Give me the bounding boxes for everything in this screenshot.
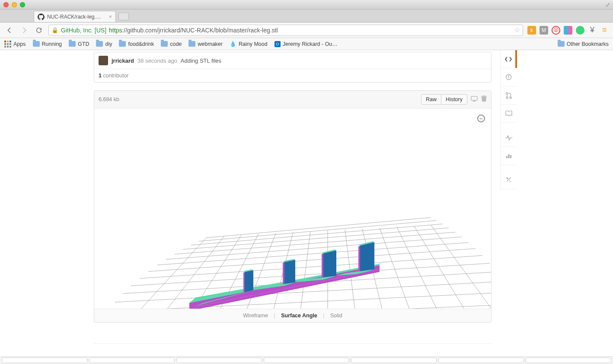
separator: | — [274, 313, 275, 319]
other-bookmarks[interactable]: Other Bookmarks — [558, 41, 609, 47]
svg-marker-9 — [284, 260, 295, 286]
pulse-tab-icon[interactable] — [501, 129, 517, 147]
bookmark-label: diy — [105, 41, 112, 47]
view-solid[interactable]: Solid — [326, 313, 347, 319]
forward-button[interactable] — [19, 25, 29, 35]
footer-divider — [94, 343, 492, 344]
lock-icon: 🔒 — [51, 27, 58, 33]
raw-button[interactable]: Raw — [421, 94, 441, 105]
bookmark-folder[interactable]: GTD — [69, 41, 89, 47]
code-tab-icon[interactable] — [501, 50, 517, 68]
extension-k-icon[interactable]: k — [527, 26, 536, 35]
commit-time: 38 seconds ago — [137, 57, 177, 64]
delete-icon[interactable] — [481, 96, 487, 103]
commit-box: jrrickard 38 seconds ago Adding STL file… — [94, 52, 492, 83]
settings-tab-icon[interactable] — [501, 171, 517, 189]
folder-icon — [69, 41, 76, 47]
url-path: ://github.com/jrrickard/NUC-RACK/blob/ma… — [122, 27, 278, 34]
extension-m-icon[interactable]: M — [540, 26, 548, 35]
bookmark-folder[interactable]: webmaker — [188, 41, 223, 47]
chrome-menu-icon[interactable]: ≡ — [600, 26, 609, 35]
thumbnail[interactable] — [2, 358, 87, 363]
svg-point-26 — [506, 93, 508, 94]
url-scheme: https — [109, 27, 122, 34]
extension-o-icon[interactable]: ⦿ — [552, 26, 560, 35]
avatar[interactable] — [99, 56, 108, 65]
svg-marker-15 — [360, 242, 374, 274]
tab-close-icon[interactable]: × — [109, 13, 112, 20]
bookmark-folder[interactable]: food&drink — [119, 41, 154, 47]
issues-tab-icon[interactable] — [501, 68, 517, 86]
thumbnail[interactable] — [89, 358, 175, 363]
svg-marker-16 — [358, 246, 360, 275]
bookmark-star-icon[interactable]: ☆ — [514, 26, 520, 34]
bookmark-label: Other Bookmarks — [567, 41, 609, 47]
window-maximize-button[interactable] — [20, 2, 25, 7]
rail-gap — [501, 123, 517, 129]
page-content: jrrickard 38 seconds ago Adding STL file… — [0, 50, 613, 364]
commit-author[interactable]: jrrickard — [112, 57, 134, 64]
bookmark-folder[interactable]: code — [161, 41, 182, 47]
browser-tabstrip: NUC-RACK/rack-leg.stl at… × — [0, 10, 613, 22]
bookmark-apps[interactable]: Apps — [4, 41, 26, 48]
stl-viewer[interactable]: − — [94, 109, 491, 309]
separator: | — [323, 313, 324, 319]
file-button-group: Raw History — [421, 94, 467, 105]
outlook-icon: O — [275, 41, 281, 47]
bookmark-label: webmaker — [198, 41, 223, 47]
fullscreen-icon[interactable]: ⤢ — [605, 1, 610, 8]
desktop-open-icon[interactable] — [471, 96, 478, 103]
thumbnail[interactable] — [176, 358, 262, 363]
file-header: 6.684 kb Raw History — [94, 91, 491, 109]
svg-rect-29 — [506, 156, 508, 158]
svg-rect-24 — [508, 76, 509, 78]
contributors-count: 1 — [99, 73, 102, 79]
bookmark-label: GTD — [78, 41, 89, 47]
thumbnail[interactable] — [264, 358, 349, 363]
extension-icons: k M ⦿ ¥ ≡ — [527, 26, 609, 35]
zoom-out-button[interactable]: − — [477, 115, 485, 122]
extension-green-icon[interactable] — [576, 26, 584, 35]
svg-marker-13 — [322, 253, 323, 281]
address-bar[interactable]: 🔒 GitHub, Inc. [US] https://github.com/j… — [48, 25, 523, 36]
folder-icon — [96, 41, 103, 47]
bookmark-rainy-mood[interactable]: 💧Rainy Mood — [230, 41, 268, 47]
graphs-tab-icon[interactable] — [501, 147, 517, 165]
folder-icon — [188, 41, 195, 47]
back-button[interactable] — [4, 25, 15, 35]
bottom-thumbnail-strip — [0, 356, 613, 364]
thumbnail[interactable] — [438, 358, 524, 363]
contributors-row: 1 contributor — [94, 69, 491, 82]
bookmark-folder[interactable]: diy — [96, 41, 112, 47]
commit-message[interactable]: Adding STL files — [181, 57, 221, 64]
apps-grid-icon — [4, 41, 11, 48]
bookmark-label: Running — [42, 41, 62, 47]
bookmark-folder[interactable]: Running — [33, 41, 62, 47]
svg-rect-1 — [473, 101, 476, 102]
bookmark-label: Rainy Mood — [239, 41, 268, 47]
svg-marker-10 — [283, 262, 284, 287]
view-surface-angle[interactable]: Surface Angle — [277, 313, 322, 319]
svg-marker-12 — [323, 250, 336, 280]
pull-requests-tab-icon[interactable] — [501, 86, 517, 105]
extension-trello-icon[interactable] — [564, 26, 572, 35]
new-tab-button[interactable] — [118, 13, 129, 20]
svg-rect-0 — [471, 96, 477, 100]
svg-rect-25 — [508, 78, 509, 79]
thumbnail[interactable] — [351, 358, 437, 363]
browser-tab[interactable]: NUC-RACK/rack-leg.stl at… × — [34, 11, 116, 22]
bookmark-label: food&drink — [128, 41, 154, 47]
window-close-button[interactable] — [3, 2, 9, 7]
history-button[interactable]: History — [441, 94, 467, 105]
thumbnail[interactable] — [526, 358, 611, 363]
wiki-tab-icon[interactable] — [501, 105, 517, 123]
stl-render-canvas[interactable] — [94, 109, 491, 309]
extension-text-icon[interactable]: ¥ — [588, 26, 597, 35]
ev-cert-label: GitHub, Inc. [US] — [61, 27, 106, 34]
window-minimize-button[interactable] — [12, 2, 17, 7]
svg-marker-6 — [245, 270, 253, 293]
folder-icon — [33, 41, 40, 47]
bookmark-outlook[interactable]: OJeremy Rickard - Ou… — [275, 41, 338, 47]
reload-button[interactable] — [34, 25, 44, 35]
view-wireframe[interactable]: Wireframe — [239, 313, 272, 319]
